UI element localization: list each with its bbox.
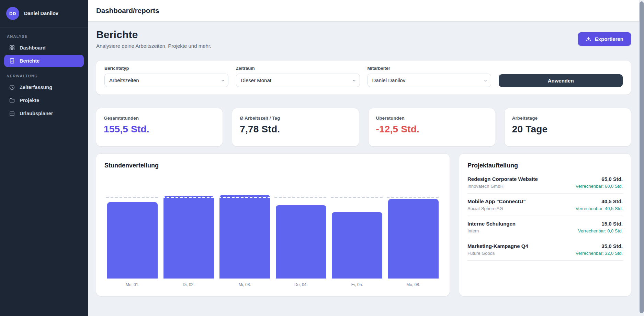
- project-billable-hours: Verrechenbar: 60,0 Std.: [576, 184, 623, 189]
- chevron-down-icon: [484, 77, 487, 83]
- target-line-segment: [218, 197, 271, 198]
- project-hours-block: 40,5 Std.Verrechenbar: 40,5 Std.: [576, 198, 623, 211]
- bar-slot: [104, 169, 161, 279]
- x-axis-label: Do, 04.: [273, 282, 329, 287]
- sidebar-item-zeiterfassung[interactable]: Zeiterfassung: [4, 81, 84, 94]
- bar-mi-03-[interactable]: [219, 195, 270, 279]
- stat-value: 20 Tage: [512, 124, 623, 135]
- bar-di-02-[interactable]: [163, 196, 214, 279]
- bar-slot: [329, 169, 385, 279]
- project-row-mobile-app-connectu-: Mobile App "ConnectU"Social-Sphere AG40,…: [467, 194, 623, 216]
- target-line-segment: [331, 197, 384, 198]
- chevron-down-icon: [221, 77, 225, 83]
- project-info: Marketing-Kampagne Q4Future Goods: [467, 243, 528, 256]
- avatar: DD: [6, 7, 19, 20]
- x-axis-label: Mi, 03.: [217, 282, 273, 287]
- project-name: Interne Schulungen: [467, 221, 516, 227]
- project-row-redesign-corporate-website: Redesign Corporate WebsiteInnovatech Gmb…: [467, 171, 623, 194]
- x-axis-label: Mo, 01.: [104, 282, 161, 287]
- scrollbar[interactable]: [639, 0, 644, 316]
- apply-button[interactable]: Anwenden: [499, 74, 623, 87]
- app-root: DD Daniel Danilov ANALYSEDashboardBerich…: [0, 0, 644, 316]
- bar-mo-08-[interactable]: [388, 199, 439, 279]
- period-label: Zeitraum: [236, 66, 360, 71]
- sidebar-item-dashboard[interactable]: Dashboard: [4, 42, 84, 54]
- period-select[interactable]: Dieser Monat: [236, 74, 360, 87]
- bar-fr-05-[interactable]: [332, 212, 382, 279]
- export-button[interactable]: Exportieren: [578, 32, 631, 46]
- project-breakdown-card: Projektaufteilung Redesign Corporate Web…: [459, 154, 631, 296]
- project-row-marketing-kampagne-q4: Marketing-Kampagne Q4Future Goods35,0 St…: [467, 238, 623, 261]
- user-name: Daniel Danilov: [24, 11, 58, 16]
- bar-chart: [104, 169, 441, 279]
- x-axis-label: Mo, 08.: [385, 282, 442, 287]
- project-billable-hours: Verrechenbar: 0,0 Std.: [578, 228, 623, 233]
- stat-label: Arbeitstage: [512, 116, 623, 121]
- project-hours: 40,5 Std.: [576, 198, 623, 204]
- select-value: Arbeitszeiten: [109, 77, 139, 83]
- project-list: Redesign Corporate WebsiteInnovatech Gmb…: [467, 171, 623, 261]
- employee-field: MitarbeiterDaniel Danilov: [368, 66, 492, 87]
- bottom-grid: Stundenverteilung Mo, 01.Di, 02.Mi, 03.D…: [96, 154, 631, 296]
- page-subtitle: Analysiere deine Arbeitszeiten, Projekte…: [96, 43, 211, 49]
- scrollbar-thumb[interactable]: [640, 1, 644, 313]
- download-icon: [586, 36, 591, 42]
- report-type-select[interactable]: Arbeitszeiten: [104, 74, 228, 87]
- stat-value: 155,5 Std.: [104, 124, 215, 135]
- stat-card-avg-hours-per-day: Ø Arbeitszeit / Tag7,78 Std.: [232, 108, 359, 146]
- stat-label: Ø Arbeitszeit / Tag: [240, 116, 351, 121]
- report-icon: [9, 58, 15, 64]
- chart-title: Stundenverteilung: [104, 162, 441, 169]
- page-header-text: Berichte Analysiere deine Arbeitszeiten,…: [96, 29, 211, 49]
- chart-x-axis-labels: Mo, 01.Di, 02.Mi, 03.Do, 04.Fr, 05.Mo, 0…: [104, 282, 441, 287]
- period-field: ZeitraumDieser Monat: [236, 66, 360, 87]
- user-profile[interactable]: DD Daniel Danilov: [0, 0, 88, 27]
- project-name: Mobile App "ConnectU": [467, 198, 526, 204]
- bar-slot: [385, 169, 442, 279]
- content: Berichte Analysiere deine Arbeitszeiten,…: [88, 21, 639, 316]
- project-row-interne-schulungen: Interne SchulungenIntern15,0 Std.Verrech…: [467, 216, 623, 238]
- stat-label: Gesamtstunden: [104, 116, 215, 121]
- sidebar-item-label: Zeiterfassung: [20, 85, 52, 90]
- nav-section-label: ANALYSE: [7, 34, 81, 39]
- stat-card-total-hours: Gesamtstunden155,5 Std.: [96, 108, 223, 146]
- sidebar-item-berichte[interactable]: Berichte: [4, 55, 84, 67]
- sidebar: DD Daniel Danilov ANALYSEDashboardBerich…: [0, 0, 88, 316]
- bar-do-04-[interactable]: [276, 205, 326, 279]
- project-info: Redesign Corporate WebsiteInnovatech Gmb…: [467, 176, 538, 189]
- employee-label: Mitarbeiter: [368, 66, 492, 71]
- select-value: Daniel Danilov: [372, 77, 406, 83]
- filter-bar: BerichtstypArbeitszeitenZeitraumDieser M…: [96, 61, 631, 95]
- stat-card-overtime: Überstunden-12,5 Std.: [369, 108, 495, 146]
- target-line-segment: [387, 197, 440, 198]
- bar-slot: [273, 169, 329, 279]
- project-info: Mobile App "ConnectU"Social-Sphere AG: [467, 198, 526, 211]
- project-hours: 35,0 Std.: [576, 243, 623, 249]
- project-client: Innovatech GmbH: [467, 184, 538, 189]
- employee-select[interactable]: Daniel Danilov: [368, 74, 492, 87]
- stat-label: Überstunden: [376, 116, 487, 121]
- target-line-segment: [162, 197, 215, 198]
- project-client: Intern: [467, 228, 516, 233]
- project-hours-block: 35,0 Std.Verrechenbar: 32,0 Std.: [576, 243, 623, 256]
- sidebar-item-urlaubsplaner[interactable]: Urlaubsplaner: [4, 107, 84, 120]
- bar-slot: [217, 169, 273, 279]
- sidebar-item-label: Urlaubsplaner: [20, 111, 53, 116]
- stat-cards: Gesamtstunden155,5 Std.Ø Arbeitszeit / T…: [96, 108, 631, 146]
- bar-slot: [161, 169, 217, 279]
- nav-section-label: VERWALTUNG: [7, 74, 81, 78]
- x-axis-label: Fr, 05.: [329, 282, 385, 287]
- project-info: Interne SchulungenIntern: [467, 221, 516, 233]
- project-name: Marketing-Kampagne Q4: [467, 243, 528, 249]
- stat-value: -12,5 Std.: [376, 124, 487, 135]
- topbar: Dashboard/reports: [88, 0, 639, 21]
- calendar-icon: [9, 110, 15, 117]
- project-name: Redesign Corporate Website: [467, 176, 538, 182]
- project-hours-block: 65,0 Std.Verrechenbar: 60,0 Std.: [576, 176, 623, 189]
- target-line-segment: [106, 197, 159, 198]
- hours-distribution-card: Stundenverteilung Mo, 01.Di, 02.Mi, 03.D…: [96, 154, 450, 296]
- report-type-label: Berichtstyp: [104, 66, 228, 71]
- sidebar-item-projekte[interactable]: Projekte: [4, 94, 84, 107]
- sidebar-nav: ANALYSEDashboardBerichteVERWALTUNGZeiter…: [0, 34, 88, 120]
- bar-mo-01-[interactable]: [107, 202, 158, 279]
